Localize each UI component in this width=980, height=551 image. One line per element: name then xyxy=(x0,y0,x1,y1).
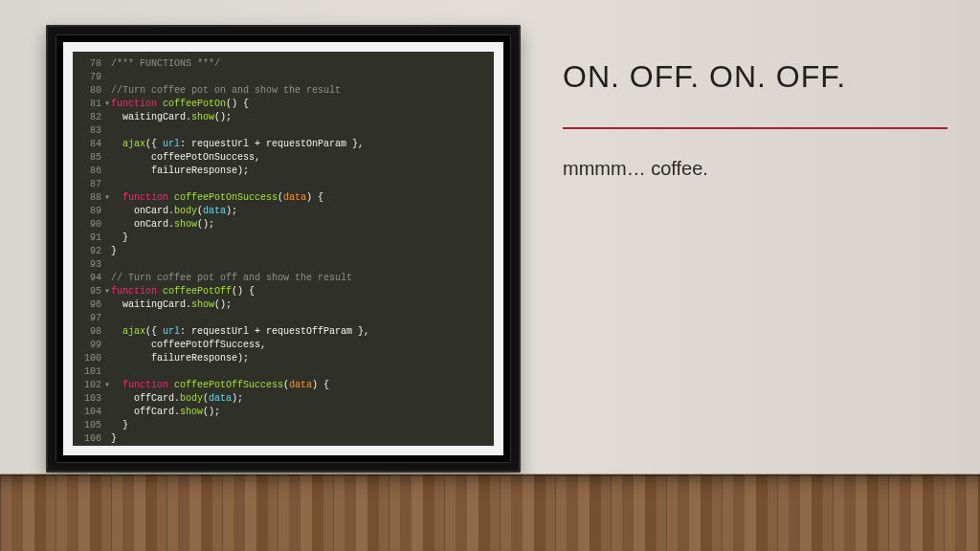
code-line: 92 } xyxy=(77,245,484,258)
fold-marker-icon xyxy=(104,165,110,178)
code-line: 105 } xyxy=(77,419,484,432)
fold-marker-icon xyxy=(104,57,110,71)
fold-marker-icon: ▾ xyxy=(104,191,110,205)
line-number: 103 xyxy=(77,392,101,406)
fold-marker-icon xyxy=(104,339,110,352)
code-token: coffeePotOff xyxy=(163,286,232,297)
line-number: 89 xyxy=(77,205,101,218)
code-line: 82 waitingCard.show(); xyxy=(77,111,484,124)
code-token: failureResponse); xyxy=(111,353,249,364)
code-token: data xyxy=(283,192,306,203)
fold-marker-icon xyxy=(104,71,110,84)
line-number: 79 xyxy=(77,71,101,84)
fold-marker-icon xyxy=(104,419,110,432)
code-token: show xyxy=(191,112,214,122)
code-token xyxy=(111,380,122,390)
fold-marker-icon xyxy=(104,365,110,379)
code-token: (); xyxy=(197,219,214,230)
code-token: offCard. xyxy=(111,407,180,417)
code-token: show xyxy=(180,407,203,417)
slide-stage: 78 /*** FUNCTIONS ***/79 80 //Turn coffe… xyxy=(0,0,980,551)
code-line: 97 xyxy=(77,312,484,325)
code-token: ({ xyxy=(145,139,163,149)
line-number: 101 xyxy=(77,365,101,379)
line-number: 78 xyxy=(77,57,101,71)
code-token: /*** FUNCTIONS ***/ xyxy=(111,58,220,69)
code-line: 78 /*** FUNCTIONS ***/ xyxy=(77,57,484,71)
code-token: onCard. xyxy=(111,206,174,216)
code-token: url xyxy=(163,326,180,337)
code-token: } xyxy=(111,420,128,430)
fold-marker-icon xyxy=(104,352,110,365)
code-line: 95▾function coffeePotOff() { xyxy=(77,285,484,298)
code-token: ); xyxy=(226,206,237,216)
fold-marker-icon xyxy=(104,138,110,151)
title-underline xyxy=(563,127,947,129)
code-line: 91 } xyxy=(77,231,484,245)
line-number: 96 xyxy=(77,298,101,312)
code-token xyxy=(111,192,122,203)
code-line: 103 offCard.body(data); xyxy=(77,392,484,406)
fold-marker-icon: ▾ xyxy=(104,98,110,111)
line-number: 100 xyxy=(77,352,101,365)
fold-marker-icon xyxy=(104,312,110,325)
code-line: 100 failureResponse); xyxy=(77,352,484,365)
code-line: 106 } xyxy=(77,432,484,446)
fold-marker-icon: ▾ xyxy=(104,285,110,298)
code-line: 101 xyxy=(77,365,484,379)
frame-inner: 78 /*** FUNCTIONS ***/79 80 //Turn coffe… xyxy=(56,34,511,463)
code-line: 93 xyxy=(77,258,484,272)
code-token: ajax xyxy=(122,326,145,337)
code-token: () { xyxy=(226,99,249,109)
code-token: data xyxy=(289,380,312,390)
code-token: ) { xyxy=(306,192,323,203)
code-token: data xyxy=(203,206,226,216)
line-number: 98 xyxy=(77,325,101,339)
code-token: url xyxy=(163,139,180,149)
code-token: function xyxy=(111,286,157,297)
line-number: 102 xyxy=(77,379,101,392)
code-token xyxy=(111,326,122,337)
code-token: } xyxy=(111,433,117,444)
code-token: waitingCard. xyxy=(111,112,191,122)
code-token: } xyxy=(111,232,128,243)
code-line: 104 offCard.show(); xyxy=(77,406,484,419)
code-line: 90 onCard.show(); xyxy=(77,218,484,231)
code-token: function xyxy=(122,192,168,203)
text-column: ON. OFF. ON. OFF. mmmm… coffee. xyxy=(563,59,947,180)
code-line: 80 //Turn coffee pot on and show the res… xyxy=(77,84,484,98)
fold-marker-icon xyxy=(104,111,110,124)
line-number: 106 xyxy=(77,432,101,446)
code-token: () { xyxy=(232,286,255,297)
fold-marker-icon xyxy=(104,432,110,446)
fold-marker-icon xyxy=(104,205,110,218)
fold-marker-icon xyxy=(104,84,110,98)
fold-marker-icon xyxy=(104,325,110,339)
code-line: 79 xyxy=(77,71,484,84)
code-line: 81▾function coffeePotOn() { xyxy=(77,98,484,111)
line-number: 81 xyxy=(77,98,101,111)
line-number: 82 xyxy=(77,111,101,124)
code-line: 84 ajax({ url: requestUrl + requestOnPar… xyxy=(77,138,484,151)
fold-marker-icon xyxy=(104,124,110,138)
fold-marker-icon xyxy=(104,151,110,165)
line-number: 84 xyxy=(77,138,101,151)
line-number: 86 xyxy=(77,165,101,178)
fold-marker-icon xyxy=(104,218,110,231)
code-token: ({ xyxy=(145,326,163,337)
fold-marker-icon xyxy=(104,178,110,191)
code-token: : requestUrl + requestOnParam }, xyxy=(180,139,364,149)
code-token: function xyxy=(111,99,157,109)
code-editor: 78 /*** FUNCTIONS ***/79 80 //Turn coffe… xyxy=(73,52,494,446)
wood-floor xyxy=(0,474,980,551)
fold-marker-icon xyxy=(104,245,110,258)
line-number: 95 xyxy=(77,285,101,298)
code-line: 96 waitingCard.show(); xyxy=(77,298,484,312)
line-number: 91 xyxy=(77,231,101,245)
code-token: coffeePotOnSuccess, xyxy=(111,152,260,163)
code-token: // Turn coffee pot off and show the resu… xyxy=(111,273,352,283)
code-token: (); xyxy=(214,299,232,310)
code-line: 99 coffeePotOffSuccess, xyxy=(77,339,484,352)
slide-title: ON. OFF. ON. OFF. xyxy=(563,59,947,95)
code-line: 89 onCard.body(data); xyxy=(77,205,484,218)
